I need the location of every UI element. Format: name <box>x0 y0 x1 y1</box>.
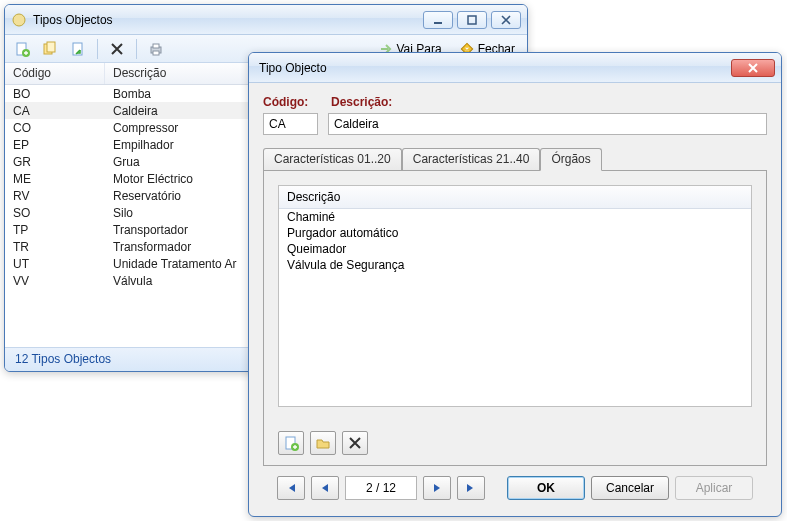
dialog-titlebar[interactable]: Tipo Objecto <box>249 53 781 83</box>
cell-codigo: ME <box>5 172 105 186</box>
nav-first-button[interactable] <box>277 476 305 500</box>
copy-button[interactable] <box>39 38 61 60</box>
cell-codigo: CA <box>5 104 105 118</box>
list-item[interactable]: Chaminé <box>279 209 751 225</box>
cancel-button[interactable]: Cancelar <box>591 476 669 500</box>
tab-caracteristicas-2[interactable]: Características 21..40 <box>402 148 541 171</box>
orgaos-open-button[interactable] <box>310 431 336 455</box>
list-item[interactable]: Purgador automático <box>279 225 751 241</box>
svg-rect-10 <box>153 51 159 55</box>
list-item[interactable]: Queimador <box>279 241 751 257</box>
column-header-codigo[interactable]: Código <box>5 63 105 84</box>
dialog-title: Tipo Objecto <box>255 61 731 75</box>
orgaos-delete-button[interactable] <box>342 431 368 455</box>
tab-caracteristicas-1[interactable]: Características 01..20 <box>263 148 402 171</box>
descricao-input[interactable] <box>328 113 767 135</box>
codigo-label: Código: <box>263 95 313 109</box>
cell-codigo: TR <box>5 240 105 254</box>
app-icon <box>11 12 27 28</box>
cell-codigo: RV <box>5 189 105 203</box>
nav-last-button[interactable] <box>457 476 485 500</box>
cell-codigo: UT <box>5 257 105 271</box>
minimize-button[interactable] <box>423 11 453 29</box>
dialog-close-button[interactable] <box>731 59 775 77</box>
descricao-label: Descrição: <box>331 95 392 109</box>
cell-codigo: GR <box>5 155 105 169</box>
svg-rect-1 <box>434 22 442 24</box>
apply-button[interactable]: Aplicar <box>675 476 753 500</box>
svg-point-0 <box>13 14 25 26</box>
delete-button[interactable] <box>106 38 128 60</box>
orgaos-list[interactable]: Descrição ChaminéPurgador automáticoQuei… <box>278 185 752 407</box>
window-title: Tipos Objectos <box>33 13 423 27</box>
print-button[interactable] <box>145 38 167 60</box>
toolbar-separator <box>97 39 98 59</box>
cell-codigo: EP <box>5 138 105 152</box>
tab-orgaos[interactable]: Órgãos <box>540 148 601 171</box>
cell-codigo: TP <box>5 223 105 237</box>
tab-strip: Características 01..20 Características 2… <box>263 148 767 171</box>
new-button[interactable] <box>11 38 33 60</box>
ok-button[interactable]: OK <box>507 476 585 500</box>
list-item[interactable]: Válvula de Segurança <box>279 257 751 273</box>
codigo-input[interactable] <box>263 113 318 135</box>
maximize-button[interactable] <box>457 11 487 29</box>
export-button[interactable] <box>67 38 89 60</box>
cell-codigo: VV <box>5 274 105 288</box>
svg-rect-6 <box>47 42 55 52</box>
dialog-bottom-bar: 2 / 12 OK Cancelar Aplicar <box>263 466 767 500</box>
nav-prev-button[interactable] <box>311 476 339 500</box>
status-text: 12 Tipos Objectos <box>15 352 111 366</box>
nav-next-button[interactable] <box>423 476 451 500</box>
nav-page-indicator[interactable]: 2 / 12 <box>345 476 417 500</box>
orgaos-add-button[interactable] <box>278 431 304 455</box>
toolbar-separator <box>136 39 137 59</box>
cell-codigo: SO <box>5 206 105 220</box>
close-button[interactable] <box>491 11 521 29</box>
tab-panel-orgaos: Descrição ChaminéPurgador automáticoQuei… <box>263 170 767 466</box>
object-type-dialog: Tipo Objecto Código: Descrição: Caracter… <box>248 52 782 517</box>
svg-rect-2 <box>468 16 476 24</box>
orgaos-header[interactable]: Descrição <box>279 186 751 209</box>
cell-codigo: BO <box>5 87 105 101</box>
titlebar[interactable]: Tipos Objectos <box>5 5 527 35</box>
cell-codigo: CO <box>5 121 105 135</box>
svg-rect-9 <box>153 44 159 48</box>
